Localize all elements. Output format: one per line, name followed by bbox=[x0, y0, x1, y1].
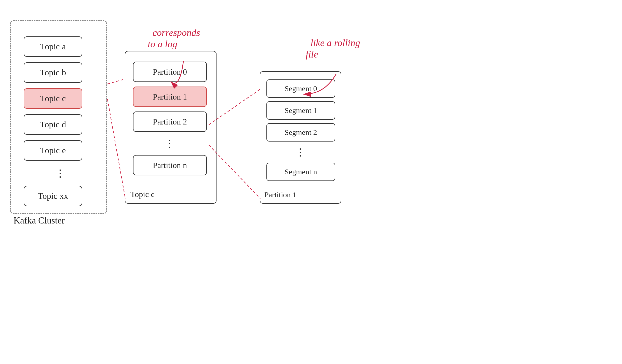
partition-2-label: Partition 2 bbox=[153, 117, 187, 127]
partition-0-label: Partition 0 bbox=[153, 67, 187, 77]
like-rolling-file-annotation: like a rolling file bbox=[306, 25, 360, 60]
topic-xx-label: Topic xx bbox=[38, 191, 68, 201]
topic-list: Topic a Topic b Topic c Topic d Topic e … bbox=[24, 36, 82, 206]
topic-c-label-cluster: Topic c bbox=[40, 94, 66, 103]
topic-xx-box: Topic xx bbox=[24, 186, 82, 206]
topic-e-label: Topic e bbox=[40, 146, 66, 155]
svg-line-2 bbox=[107, 99, 125, 199]
segment-1-label: Segment 1 bbox=[285, 106, 317, 115]
topic-dots: ⋮ bbox=[24, 166, 82, 180]
topic-c-expanded-label: Topic c bbox=[130, 190, 155, 199]
segment-1-box: Segment 1 bbox=[266, 101, 335, 120]
topic-b-label: Topic b bbox=[40, 68, 66, 77]
topic-d-label: Topic d bbox=[40, 120, 66, 129]
kafka-cluster-label: Kafka Cluster bbox=[13, 215, 65, 226]
svg-line-1 bbox=[107, 79, 125, 84]
segment-n-box: Segment n bbox=[266, 163, 335, 181]
segment-2-label: Segment 2 bbox=[285, 128, 317, 137]
segment-box-container: Segment 0 Segment 1 Segment 2 ⋮ Segment … bbox=[260, 71, 341, 204]
partition-1-label: Partition 1 bbox=[153, 92, 187, 102]
partition-2-box: Partition 2 bbox=[133, 111, 207, 132]
partition-1-box: Partition 1 bbox=[133, 87, 207, 107]
svg-line-3 bbox=[209, 89, 260, 125]
partition-list: Partition 0 Partition 1 Partition 2 ⋮ Pa… bbox=[133, 62, 207, 175]
topic-c-box-cluster: Topic c bbox=[24, 88, 82, 109]
segment-0-label: Segment 0 bbox=[285, 84, 317, 93]
corresponds-to-log-annotation: corresponds to a log bbox=[148, 15, 200, 50]
svg-line-4 bbox=[209, 145, 260, 199]
segment-list: Segment 0 Segment 1 Segment 2 ⋮ Segment … bbox=[266, 79, 335, 181]
kafka-cluster-box: Topic a Topic b Topic c Topic d Topic e … bbox=[10, 20, 107, 214]
partition-n-box: Partition n bbox=[133, 155, 207, 175]
topic-e-box: Topic e bbox=[24, 140, 82, 161]
topic-b-box: Topic b bbox=[24, 62, 82, 83]
partition-n-label: Partition n bbox=[153, 161, 187, 170]
topic-d-box: Topic d bbox=[24, 114, 82, 135]
segment-2-box: Segment 2 bbox=[266, 123, 335, 142]
segment-n-label: Segment n bbox=[285, 167, 317, 176]
topic-a-label: Topic a bbox=[40, 42, 66, 51]
segment-dots: ⋮ bbox=[266, 145, 335, 159]
segment-0-box: Segment 0 bbox=[266, 79, 335, 98]
partition-dots: ⋮ bbox=[133, 136, 207, 150]
topic-c-expanded-box: Partition 0 Partition 1 Partition 2 ⋮ Pa… bbox=[125, 51, 217, 204]
segment-box-label: Partition 1 bbox=[264, 190, 296, 199]
partition-0-box: Partition 0 bbox=[133, 62, 207, 82]
topic-a-box: Topic a bbox=[24, 36, 82, 57]
